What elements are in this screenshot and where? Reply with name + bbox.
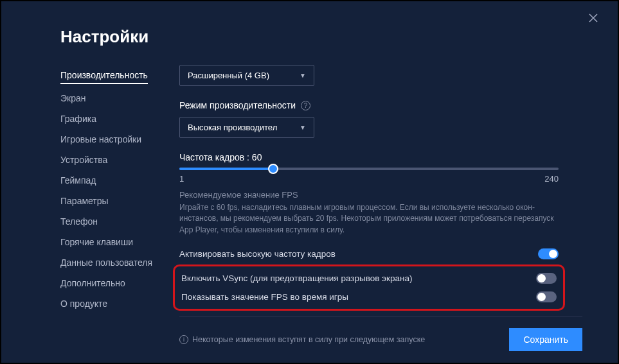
toggle-row-vsync: Включить VSync (для предотвращения разры… <box>181 269 557 288</box>
toggle-row-show-fps: Показывать значение FPS во время игры <box>181 288 557 306</box>
sidebar-item-hotkeys[interactable]: Горячие клавиши <box>60 232 179 252</box>
memory-dropdown[interactable]: Расширенный (4 GB) ▼ <box>179 65 314 86</box>
info-icon: i <box>179 335 188 344</box>
footer-note: i Некоторые изменения вступят в силу при… <box>179 335 425 344</box>
perf-mode-label: Режим производительности ? <box>179 100 559 110</box>
fps-min: 1 <box>179 174 184 184</box>
vsync-label: Включить VSync (для предотвращения разры… <box>181 273 412 283</box>
close-button[interactable] <box>588 13 604 28</box>
sidebar-item-parameters[interactable]: Параметры <box>60 191 179 211</box>
show-fps-toggle[interactable] <box>536 291 557 302</box>
perf-mode-dropdown[interactable]: Высокая производител ▼ <box>179 117 314 138</box>
toggle-row-high-fps: Активировать высокую частоту кадров <box>179 245 559 263</box>
sidebar-item-game-settings[interactable]: Игровые настройки <box>60 129 179 150</box>
high-fps-label: Активировать высокую частоту кадров <box>179 249 336 259</box>
settings-window: Настройки Производительность Экран Графи… <box>1 1 618 363</box>
sidebar-item-about[interactable]: О продукте <box>60 293 179 314</box>
main-panel: Расширенный (4 GB) ▼ Режим производитель… <box>179 65 618 314</box>
sidebar-item-advanced[interactable]: Дополнительно <box>60 273 179 293</box>
fps-hint-body: Играйте с 60 fps, насладитесь плавным иг… <box>179 202 559 236</box>
sidebar-item-gamepad[interactable]: Геймпад <box>60 170 179 191</box>
show-fps-label: Показывать значение FPS во время игры <box>181 292 348 302</box>
sidebar-item-graphics[interactable]: Графика <box>60 108 179 129</box>
sidebar-item-phone[interactable]: Телефон <box>60 211 179 232</box>
fps-max: 240 <box>544 174 559 184</box>
chevron-down-icon: ▼ <box>300 124 306 131</box>
perf-mode-value: Высокая производител <box>188 123 277 132</box>
fps-hint-title: Рекомендуемое значение FPS <box>179 190 559 200</box>
help-icon[interactable]: ? <box>301 101 310 110</box>
sidebar-item-user-data[interactable]: Данные пользователя <box>60 252 179 273</box>
fps-slider-label: Частота кадров : 60 <box>179 152 559 162</box>
slider-thumb[interactable] <box>268 164 278 174</box>
memory-value: Расширенный (4 GB) <box>188 71 269 80</box>
footer: i Некоторые изменения вступят в силу при… <box>179 316 582 363</box>
sidebar-item-performance[interactable]: Производительность <box>60 65 148 84</box>
page-title: Настройки <box>1 1 618 47</box>
chevron-down-icon: ▼ <box>300 72 306 79</box>
highlight-box: Включить VSync (для предотвращения разры… <box>173 264 565 311</box>
high-fps-toggle[interactable] <box>538 248 559 259</box>
fps-slider[interactable] <box>179 168 559 170</box>
vsync-toggle[interactable] <box>536 273 557 284</box>
save-button[interactable]: Сохранить <box>509 328 582 351</box>
sidebar: Производительность Экран Графика Игровые… <box>60 65 179 314</box>
sidebar-item-devices[interactable]: Устройства <box>60 150 179 170</box>
sidebar-item-screen[interactable]: Экран <box>60 88 179 108</box>
